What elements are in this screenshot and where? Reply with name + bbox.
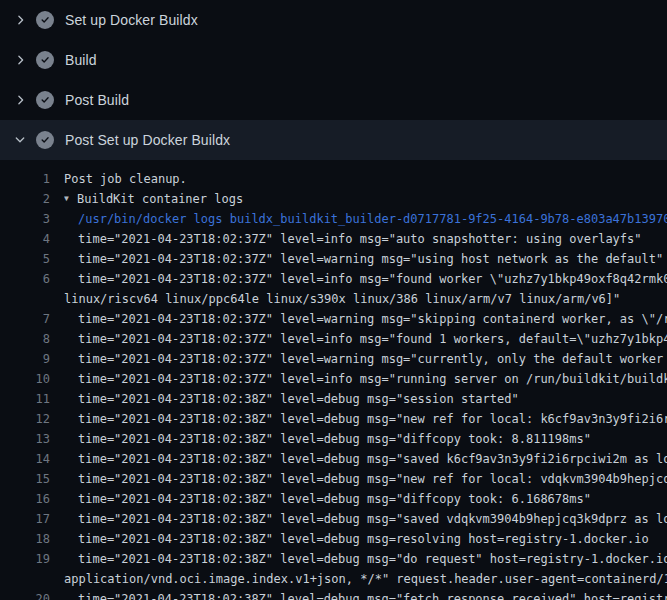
log-command-text: /usr/bin/docker logs buildx_buildkit_bui…	[78, 209, 667, 229]
log-row: 12time="2021-04-23T18:02:38Z" level=debu…	[0, 409, 667, 429]
check-circle-icon	[36, 131, 54, 149]
log-text: time="2021-04-23T18:02:38Z" level=debug …	[78, 389, 667, 409]
line-number[interactable]: 16	[0, 489, 50, 509]
line-number[interactable]: 11	[0, 389, 50, 409]
log-row: 19time="2021-04-23T18:02:38Z" level=debu…	[0, 549, 667, 569]
log-row: linux/riscv64 linux/ppc64le linux/s390x …	[0, 289, 667, 309]
log-row: 20time="2021-04-23T18:02:38Z" level=debu…	[0, 589, 667, 600]
log-text: linux/riscv64 linux/ppc64le linux/s390x …	[64, 289, 667, 309]
step-header-build[interactable]: Build	[0, 40, 667, 80]
log-group-row: 2▼BuildKit container logs	[0, 189, 667, 209]
line-number	[0, 289, 50, 309]
log-text: time="2021-04-23T18:02:37Z" level=warnin…	[78, 249, 667, 269]
log-text: time="2021-04-23T18:02:38Z" level=debug …	[78, 529, 667, 549]
line-number[interactable]: 3	[0, 209, 50, 229]
log-row: 3/usr/bin/docker logs buildx_buildkit_bu…	[0, 209, 667, 229]
step-header-post-build[interactable]: Post Build	[0, 80, 667, 120]
line-number[interactable]: 17	[0, 509, 50, 529]
log-row: 6time="2021-04-23T18:02:37Z" level=info …	[0, 269, 667, 289]
chevron-down-icon	[12, 132, 28, 148]
chevron-right-icon	[12, 52, 28, 68]
line-number	[0, 569, 50, 589]
log-text: time="2021-04-23T18:02:37Z" level=info m…	[78, 229, 667, 249]
line-number[interactable]: 8	[0, 329, 50, 349]
log-text: time="2021-04-23T18:02:37Z" level=warnin…	[78, 309, 667, 329]
step-label: Post Build	[65, 92, 129, 108]
log-text: Post job cleanup.	[64, 169, 667, 189]
chevron-right-icon	[12, 12, 28, 28]
line-number[interactable]: 20	[0, 589, 50, 600]
step-header-post-set-up-docker-buildx[interactable]: Post Set up Docker Buildx	[0, 120, 667, 160]
line-number[interactable]: 19	[0, 549, 50, 569]
line-number[interactable]: 7	[0, 309, 50, 329]
log-text: time="2021-04-23T18:02:38Z" level=debug …	[78, 509, 667, 529]
step-label: Post Set up Docker Buildx	[65, 132, 230, 148]
line-number[interactable]: 12	[0, 409, 50, 429]
log-text: time="2021-04-23T18:02:38Z" level=debug …	[78, 549, 667, 569]
log-text: time="2021-04-23T18:02:37Z" level=info m…	[78, 369, 667, 389]
log-text: time="2021-04-23T18:02:37Z" level=info m…	[78, 329, 667, 349]
log-row: 7time="2021-04-23T18:02:37Z" level=warni…	[0, 309, 667, 329]
caret-down-icon: ▼	[64, 189, 77, 209]
log-row: 14time="2021-04-23T18:02:38Z" level=debu…	[0, 449, 667, 469]
log-row: 4time="2021-04-23T18:02:37Z" level=info …	[0, 229, 667, 249]
check-circle-icon	[36, 51, 54, 69]
line-number[interactable]: 13	[0, 429, 50, 449]
log-text: time="2021-04-23T18:02:38Z" level=debug …	[78, 449, 667, 469]
log-row: 15time="2021-04-23T18:02:38Z" level=debu…	[0, 469, 667, 489]
check-circle-icon	[36, 91, 54, 109]
line-number[interactable]: 5	[0, 249, 50, 269]
log-row: 11time="2021-04-23T18:02:38Z" level=debu…	[0, 389, 667, 409]
line-number[interactable]: 14	[0, 449, 50, 469]
log-text: time="2021-04-23T18:02:38Z" level=debug …	[78, 489, 667, 509]
line-number[interactable]: 4	[0, 229, 50, 249]
log-text: time="2021-04-23T18:02:37Z" level=warnin…	[78, 349, 667, 369]
log-text: application/vnd.oci.image.index.v1+json,…	[64, 569, 667, 589]
log-row: application/vnd.oci.image.index.v1+json,…	[0, 569, 667, 589]
line-number[interactable]: 9	[0, 349, 50, 369]
log-text: time="2021-04-23T18:02:38Z" level=debug …	[78, 589, 667, 600]
step-label: Set up Docker Buildx	[65, 12, 198, 28]
log-area: 1Post job cleanup.2▼BuildKit container l…	[0, 160, 667, 600]
log-text: time="2021-04-23T18:02:37Z" level=info m…	[78, 269, 667, 289]
line-number[interactable]: 1	[0, 169, 50, 189]
log-row: 16time="2021-04-23T18:02:38Z" level=debu…	[0, 489, 667, 509]
log-row: 9time="2021-04-23T18:02:37Z" level=warni…	[0, 349, 667, 369]
step-header-set-up-docker-buildx[interactable]: Set up Docker Buildx	[0, 0, 667, 40]
line-number[interactable]: 6	[0, 269, 50, 289]
steps-list: Set up Docker Buildx Build Post Build Po…	[0, 0, 667, 160]
log-row: 18time="2021-04-23T18:02:38Z" level=debu…	[0, 529, 667, 549]
log-text: time="2021-04-23T18:02:38Z" level=debug …	[78, 409, 667, 429]
log-group-title: BuildKit container logs	[77, 192, 243, 206]
log-row: 13time="2021-04-23T18:02:38Z" level=debu…	[0, 429, 667, 449]
actions-log-viewer: Set up Docker Buildx Build Post Build Po…	[0, 0, 667, 600]
log-row: 17time="2021-04-23T18:02:38Z" level=debu…	[0, 509, 667, 529]
check-circle-icon	[36, 11, 54, 29]
log-text: time="2021-04-23T18:02:38Z" level=debug …	[78, 429, 667, 449]
log-row: 5time="2021-04-23T18:02:37Z" level=warni…	[0, 249, 667, 269]
step-label: Build	[65, 52, 97, 68]
line-number[interactable]: 18	[0, 529, 50, 549]
log-row: 10time="2021-04-23T18:02:37Z" level=info…	[0, 369, 667, 389]
log-text: time="2021-04-23T18:02:38Z" level=debug …	[78, 469, 667, 489]
line-number[interactable]: 2	[0, 189, 50, 209]
chevron-right-icon	[12, 92, 28, 108]
line-number[interactable]: 10	[0, 369, 50, 389]
line-number[interactable]: 15	[0, 469, 50, 489]
log-group-toggle[interactable]: ▼BuildKit container logs	[64, 189, 667, 209]
log-row: 1Post job cleanup.	[0, 169, 667, 189]
log-row: 8time="2021-04-23T18:02:37Z" level=info …	[0, 329, 667, 349]
